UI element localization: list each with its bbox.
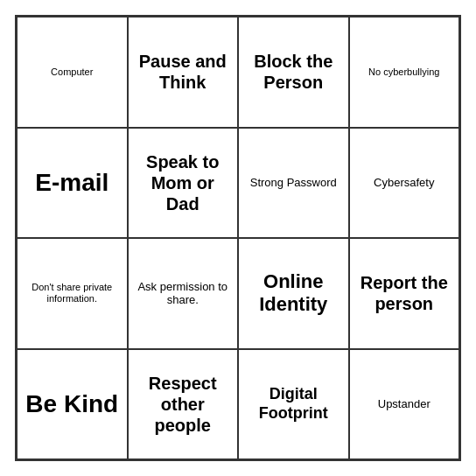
cell-r3c3: Upstander (349, 349, 460, 460)
cell-text-r0c3: No cyberbullying (368, 66, 439, 78)
bingo-grid: Computer Pause and Think Block the Perso… (17, 17, 459, 459)
cell-r1c1: Speak to Mom or Dad (128, 128, 239, 239)
cell-r2c1: Ask permission to share. (128, 238, 239, 349)
cell-text-r2c0: Don't share private information. (23, 282, 122, 304)
cell-text-r1c1: Speak to Mom or Dad (134, 151, 233, 214)
cell-text-r0c2: Block the Person (244, 51, 343, 93)
cell-r0c0: Computer (17, 17, 128, 128)
cell-text-r3c2: Digital Footprint (244, 385, 343, 423)
cell-text-r0c1: Pause and Think (134, 51, 233, 93)
cell-text-r3c1: Respect other people (134, 373, 233, 436)
cell-text-r1c2: Strong Password (250, 176, 337, 190)
cell-r3c2: Digital Footprint (238, 349, 349, 460)
cell-text-r2c2: Online Identity (244, 270, 343, 317)
cell-r3c1: Respect other people (128, 349, 239, 460)
cell-r1c3: Cybersafety (349, 128, 460, 239)
cell-text-r1c3: Cybersafety (374, 176, 434, 190)
cell-text-r3c0: Be Kind (25, 389, 118, 419)
cell-r1c2: Strong Password (238, 128, 349, 239)
cell-r2c3: Report the person (349, 238, 460, 349)
cell-r0c2: Block the Person (238, 17, 349, 128)
cell-text-r2c3: Report the person (355, 272, 454, 314)
cell-text-r3c3: Upstander (378, 397, 430, 411)
cell-r2c0: Don't share private information. (17, 238, 128, 349)
bingo-board: Computer Pause and Think Block the Perso… (15, 15, 461, 461)
cell-r2c2: Online Identity (238, 238, 349, 349)
cell-r3c0: Be Kind (17, 349, 128, 460)
cell-r1c0: E-mail (17, 128, 128, 239)
cell-text-r0c0: Computer (51, 66, 93, 78)
cell-text-r2c1: Ask permission to share. (134, 280, 233, 307)
cell-text-r1c0: E-mail (35, 168, 108, 198)
cell-r0c1: Pause and Think (128, 17, 239, 128)
cell-r0c3: No cyberbullying (349, 17, 460, 128)
